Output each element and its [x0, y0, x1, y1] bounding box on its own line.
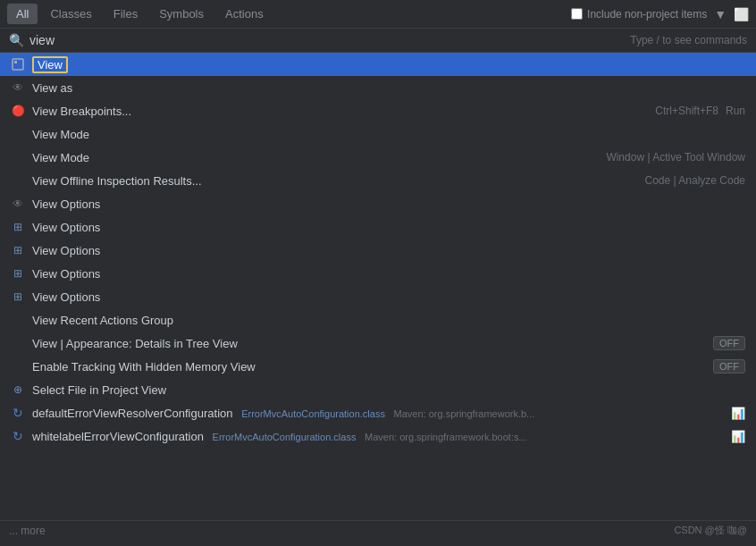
result-view-as[interactable]: 👁 View as [0, 76, 756, 99]
view-highlight: View [32, 56, 68, 73]
result-whitelabel-error[interactable]: ↻ whitelabelErrorViewConfiguration Error… [0, 424, 756, 448]
result-view-mode-1[interactable]: View Mode [0, 122, 756, 146]
view-options-2-label: View Options [32, 221, 745, 234]
include-non-project-checkbox[interactable] [571, 8, 583, 20]
view-options-4-icon: ⊞ [11, 266, 25, 281]
include-non-project-text: Include non-project items [587, 8, 707, 21]
result-view-breakpoints[interactable]: 🔴 View Breakpoints... Ctrl+Shift+F8 Run [0, 99, 756, 122]
result-view-options-4[interactable]: ⊞ View Options [0, 262, 756, 285]
result-view-appearance[interactable]: View | Appearance: Details in Tree View … [0, 332, 756, 355]
select-file-label: Select File in Project View [32, 383, 745, 397]
result-select-file[interactable]: ⊕ Select File in Project View [0, 378, 756, 401]
watermark: CSDN @怪 咖@ [674, 524, 747, 537]
default-error-label: defaultErrorViewResolverConfiguration Er… [32, 407, 724, 420]
tab-actions[interactable]: Actions [216, 4, 273, 24]
view-offline-icon [11, 173, 25, 188]
more-text: ... more [9, 525, 46, 537]
tab-files[interactable]: Files [105, 4, 147, 24]
view-as-icon: 👁 [11, 80, 25, 95]
result-view-mode-2[interactable]: View Mode Window | Active Tool Window [0, 146, 756, 169]
result-view-offline[interactable]: View Offline Inspection Results... Code … [0, 169, 756, 192]
view-options-2-icon: ⊞ [11, 220, 25, 234]
filter-icon[interactable]: ▼ [714, 7, 727, 21]
tab-bar: All Classes Files Symbols Actions Includ… [0, 0, 756, 29]
result-enable-tracking[interactable]: Enable Tracking With Hidden Memory View … [0, 355, 756, 378]
result-view-options-5[interactable]: ⊞ View Options [0, 285, 756, 308]
result-view-options-1[interactable]: 👁 View Options [0, 192, 756, 215]
enable-tracking-toggle[interactable]: OFF [713, 359, 745, 374]
view-options-3-icon: ⊞ [11, 243, 25, 257]
view-options-1-icon: 👁 [11, 197, 25, 211]
default-error-chart: 📊 [731, 407, 745, 420]
breakpoints-context: Run [726, 105, 745, 117]
result-view-options-3[interactable]: ⊞ View Options [0, 239, 756, 262]
view-offline-context: Code | Analyze Code [644, 174, 745, 187]
enable-tracking-icon [11, 359, 25, 374]
breakpoints-label: View Breakpoints... [32, 105, 641, 118]
view-options-5-label: View Options [32, 290, 745, 304]
result-view[interactable]: View [0, 53, 756, 76]
result-view-options-2[interactable]: ⊞ View Options [0, 215, 756, 239]
view-mode-1-icon [11, 127, 25, 141]
svg-rect-1 [14, 61, 17, 63]
select-file-icon: ⊕ [11, 382, 25, 397]
view-recent-icon [11, 313, 25, 327]
search-hint: Type / to see commands [630, 34, 747, 46]
default-error-icon: ↻ [11, 406, 25, 420]
window-icon[interactable]: ⬜ [734, 7, 749, 21]
view-mode-2-label: View Mode [32, 151, 599, 164]
view-recent-label: View Recent Actions Group [32, 314, 745, 327]
tab-symbols[interactable]: Symbols [150, 4, 213, 24]
view-options-1-label: View Options [32, 197, 745, 211]
view-mode-2-context: Window | Active Tool Window [606, 151, 745, 164]
view-icon [11, 57, 25, 71]
search-bar: 🔍 Type / to see commands [0, 29, 756, 53]
tab-all[interactable]: All [7, 4, 38, 24]
include-non-project-label[interactable]: Include non-project items [571, 8, 707, 21]
view-mode-2-icon [11, 150, 25, 164]
top-bar-right: Include non-project items ▼ ⬜ [571, 7, 749, 21]
bottom-bar: ... more CSDN @怪 咖@ [0, 520, 756, 540]
breakpoints-shortcut: Ctrl+Shift+F8 [655, 105, 718, 117]
view-options-3-label: View Options [32, 244, 745, 257]
search-icon: 🔍 [9, 33, 24, 47]
view-mode-1-label: View Mode [32, 128, 745, 141]
enable-tracking-label: Enable Tracking With Hidden Memory View [32, 360, 706, 374]
view-options-4-label: View Options [32, 267, 745, 281]
whitelabel-error-label: whitelabelErrorViewConfiguration ErrorMv… [32, 430, 724, 443]
svg-rect-0 [13, 59, 23, 70]
search-input[interactable] [29, 33, 625, 47]
result-default-error[interactable]: ↻ defaultErrorViewResolverConfiguration … [0, 401, 756, 424]
tab-classes[interactable]: Classes [41, 4, 100, 24]
view-appearance-icon [11, 336, 25, 350]
whitelabel-error-chart: 📊 [731, 430, 745, 443]
view-options-5-icon: ⊞ [11, 290, 25, 304]
view-offline-label: View Offline Inspection Results... [32, 174, 637, 188]
view-label: View [32, 58, 745, 71]
view-appearance-toggle[interactable]: OFF [713, 336, 745, 350]
view-as-label: View as [32, 81, 745, 95]
results-list: View 👁 View as 🔴 View Breakpoints... Ctr… [0, 53, 756, 520]
result-view-recent-actions[interactable]: View Recent Actions Group [0, 308, 756, 332]
view-appearance-label: View | Appearance: Details in Tree View [32, 337, 706, 350]
whitelabel-error-icon: ↻ [11, 429, 25, 443]
breakpoints-icon: 🔴 [11, 104, 25, 118]
